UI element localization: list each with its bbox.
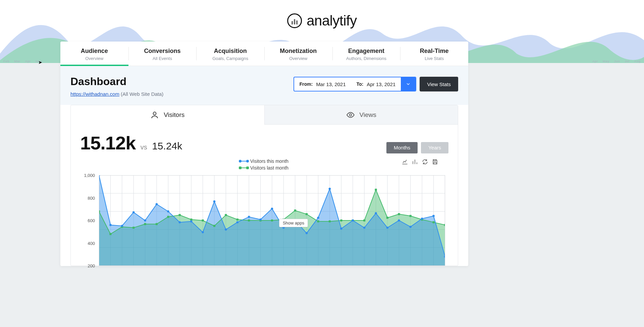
edge-month-labels-left: FebMarAprMay bbox=[3, 60, 42, 63]
chart-legend: Visitors this month Visitors last month bbox=[71, 158, 458, 171]
cursor-icon: ➤ bbox=[38, 60, 42, 65]
svg-rect-50 bbox=[225, 214, 227, 216]
main-nav: Audience Overview Conversions All Events… bbox=[60, 42, 468, 66]
svg-rect-59 bbox=[329, 220, 331, 222]
chevron-down-icon bbox=[406, 82, 411, 86]
edge-month-labels-right: AprMayJunJulAug bbox=[592, 60, 641, 63]
svg-point-80 bbox=[213, 200, 216, 202]
chart-plot[interactable] bbox=[99, 175, 445, 266]
svg-point-95 bbox=[386, 226, 389, 228]
svg-rect-52 bbox=[248, 219, 250, 221]
bar-chart-icon bbox=[287, 13, 302, 28]
date-to-label: To: bbox=[357, 81, 364, 87]
svg-rect-44 bbox=[156, 223, 158, 225]
svg-point-94 bbox=[375, 212, 377, 214]
svg-point-89 bbox=[317, 217, 319, 219]
date-from-label: From: bbox=[300, 81, 313, 87]
legend-last-month: Visitors last month bbox=[240, 165, 288, 171]
site-url-link[interactable]: https://withadnan.com bbox=[70, 91, 119, 97]
date-range-picker[interactable]: From: Mar 13, 2021 To: Apr 13, 2021 bbox=[293, 77, 417, 91]
line-chart-icon[interactable] bbox=[401, 158, 408, 165]
svg-point-74 bbox=[144, 219, 146, 221]
svg-rect-65 bbox=[398, 213, 400, 215]
metric-comparison: 15.24k bbox=[152, 140, 182, 151]
svg-rect-66 bbox=[410, 215, 412, 217]
svg-point-78 bbox=[190, 220, 193, 222]
legend-marker-blue bbox=[240, 161, 248, 161]
visitors-panel: Visitors Views 15.12k vs 15.24k Months Y… bbox=[70, 105, 458, 266]
svg-rect-49 bbox=[213, 225, 215, 227]
dashboard-card: Audience Overview Conversions All Events… bbox=[60, 42, 468, 266]
svg-rect-43 bbox=[144, 223, 146, 225]
svg-rect-47 bbox=[190, 218, 192, 220]
svg-point-85 bbox=[271, 208, 273, 210]
svg-rect-58 bbox=[317, 220, 319, 222]
metric-primary: 15.12k bbox=[80, 132, 136, 153]
legend-this-month: Visitors this month bbox=[240, 158, 288, 164]
svg-point-71 bbox=[109, 224, 112, 226]
time-segment-buttons: Months Years bbox=[386, 142, 448, 153]
save-icon[interactable] bbox=[432, 158, 438, 165]
nav-monetization[interactable]: Monetization Overview bbox=[264, 42, 332, 66]
chart-toolbar bbox=[401, 158, 438, 165]
svg-rect-62 bbox=[363, 219, 365, 221]
dashboard-header: Dashboard https://withadnan.com (All Web… bbox=[60, 66, 468, 105]
brand-logo: analytify bbox=[287, 13, 357, 29]
metric-values: 15.12k vs 15.24k bbox=[80, 132, 182, 154]
header-controls: From: Mar 13, 2021 To: Apr 13, 2021 View… bbox=[293, 77, 458, 91]
svg-rect-56 bbox=[294, 209, 296, 211]
svg-point-96 bbox=[398, 219, 400, 221]
svg-point-93 bbox=[363, 226, 366, 228]
svg-rect-51 bbox=[236, 218, 238, 220]
view-stats-button[interactable]: View Stats bbox=[420, 77, 458, 91]
svg-point-72 bbox=[121, 225, 123, 227]
tab-views[interactable]: Views bbox=[264, 105, 458, 125]
svg-point-82 bbox=[236, 221, 238, 223]
svg-rect-48 bbox=[202, 219, 204, 221]
nav-engagement[interactable]: Engagement Authors, Dimensions bbox=[332, 42, 400, 66]
svg-point-88 bbox=[306, 232, 308, 234]
date-to-value: Apr 13, 2021 bbox=[367, 81, 396, 87]
refresh-icon[interactable] bbox=[422, 158, 428, 165]
years-button[interactable]: Years bbox=[421, 142, 448, 153]
chart-area: 1,000 800 600 400 200 Show apps bbox=[80, 175, 448, 266]
metric-vs-label: vs bbox=[141, 143, 147, 151]
svg-point-75 bbox=[156, 203, 158, 205]
svg-point-84 bbox=[259, 218, 262, 220]
svg-rect-63 bbox=[375, 189, 377, 191]
metric-row: 15.12k vs 15.24k Months Years bbox=[71, 125, 458, 156]
nav-audience[interactable]: Audience Overview bbox=[60, 42, 128, 66]
svg-point-98 bbox=[421, 217, 423, 219]
site-meta-label: (All Web Site Data) bbox=[121, 91, 163, 97]
y-axis: 1,000 800 600 400 200 bbox=[80, 175, 97, 266]
svg-point-97 bbox=[409, 226, 412, 228]
svg-point-0 bbox=[153, 112, 156, 115]
svg-rect-57 bbox=[306, 213, 308, 215]
tab-visitors[interactable]: Visitors bbox=[71, 105, 264, 125]
nav-conversions[interactable]: Conversions All Events bbox=[128, 42, 197, 66]
nav-realtime[interactable]: Real-Time Live Stats bbox=[400, 42, 468, 66]
svg-rect-46 bbox=[179, 214, 181, 216]
page-title: Dashboard bbox=[70, 75, 163, 88]
date-dropdown-toggle[interactable] bbox=[401, 77, 416, 91]
svg-rect-60 bbox=[340, 219, 342, 221]
svg-rect-68 bbox=[433, 221, 435, 223]
svg-rect-54 bbox=[271, 219, 273, 221]
panel-tabs: Visitors Views bbox=[71, 105, 458, 125]
svg-point-73 bbox=[132, 211, 135, 213]
eye-icon bbox=[346, 111, 355, 119]
chart-tooltip: Show apps bbox=[279, 219, 308, 227]
tab-views-label: Views bbox=[360, 111, 376, 119]
svg-point-91 bbox=[340, 227, 342, 230]
svg-point-81 bbox=[225, 228, 227, 231]
svg-point-99 bbox=[432, 215, 435, 217]
brand-name: analytify bbox=[307, 13, 357, 29]
svg-point-83 bbox=[248, 216, 250, 218]
tab-visitors-label: Visitors bbox=[164, 111, 184, 119]
bar-chart-icon[interactable] bbox=[412, 158, 418, 165]
nav-acquisition[interactable]: Acquisition Goals, Campaigns bbox=[196, 42, 264, 66]
svg-point-77 bbox=[178, 221, 181, 223]
svg-point-92 bbox=[352, 219, 354, 221]
months-button[interactable]: Months bbox=[386, 142, 418, 153]
svg-rect-40 bbox=[109, 233, 111, 235]
